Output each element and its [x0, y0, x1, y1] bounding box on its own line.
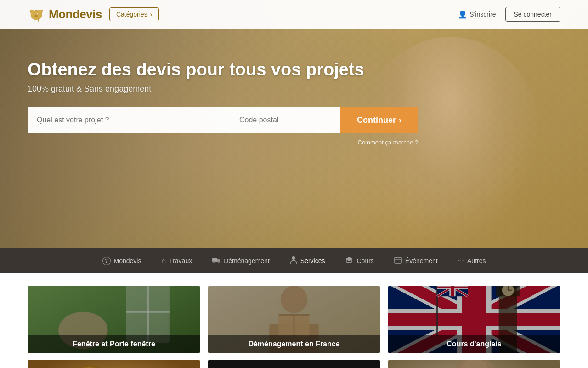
card-4[interactable]: [28, 360, 200, 368]
more-icon: ···: [458, 257, 464, 265]
hero-subtitle: 100% gratuit & Sans engagement: [28, 84, 560, 94]
question-icon: ?: [102, 257, 111, 265]
card-6-overlay: [388, 360, 560, 368]
svg-point-5: [38, 14, 39, 15]
nav-item-demenagement[interactable]: Déménagement: [202, 248, 280, 273]
svg-point-4: [34, 14, 35, 15]
logo-text: Mondevis: [49, 7, 102, 22]
nav-item-travaux[interactable]: ⌂ Travaux: [151, 248, 202, 273]
logo-area: Mondevis: [28, 6, 102, 23]
signin-label: S'inscrire: [469, 11, 496, 18]
categories-label: Catégories: [116, 11, 147, 18]
svg-marker-17: [217, 259, 220, 262]
search-project-input[interactable]: [28, 107, 230, 133]
svg-rect-11: [35, 10, 38, 11]
card-4-overlay: [28, 360, 200, 368]
svg-marker-21: [345, 257, 353, 261]
nav-label-autres: Autres: [467, 257, 486, 264]
card-5[interactable]: [208, 360, 380, 368]
hero-section: Obtenez des devis pour tous vos projets …: [0, 0, 588, 248]
card-anglais-label: Cours d'anglais: [388, 335, 560, 353]
logo-icon: [28, 6, 45, 23]
nav-label-mondevis: Mondevis: [114, 257, 141, 264]
card-demenagement[interactable]: Déménagement en France: [208, 286, 380, 353]
graduation-icon: [345, 257, 353, 265]
svg-point-6: [34, 15, 38, 17]
card-6[interactable]: [388, 360, 560, 368]
card-anglais[interactable]: Cours d'anglais: [388, 286, 560, 353]
svg-point-20: [292, 256, 295, 260]
header-right: 👤 S'inscrire Se connecter: [458, 7, 560, 22]
svg-rect-16: [212, 258, 217, 262]
how-it-works-link[interactable]: Comment ça marche ?: [28, 139, 418, 146]
nav-item-services[interactable]: Services: [280, 248, 335, 273]
calendar-icon: [394, 256, 402, 265]
category-nav: ? Mondevis ⌂ Travaux Déménagement Servic…: [0, 248, 588, 273]
connect-button[interactable]: Se connecter: [505, 7, 561, 22]
categories-arrow: ›: [150, 11, 153, 18]
truck-icon: [212, 257, 220, 265]
search-button-label: Continuer: [357, 115, 396, 125]
svg-rect-22: [395, 257, 401, 263]
categories-button[interactable]: Catégories ›: [109, 7, 159, 21]
svg-point-19: [218, 261, 220, 263]
svg-point-8: [37, 16, 38, 17]
cards-grid: Fenêtre et Porte fenêtre: [28, 286, 560, 368]
nav-item-evenement[interactable]: Événement: [384, 248, 448, 273]
search-bar: Continuer ›: [28, 107, 418, 133]
card-demenagement-label: Déménagement en France: [208, 335, 380, 353]
cards-section: Fenêtre et Porte fenêtre: [0, 273, 588, 368]
nav-label-travaux: Travaux: [169, 257, 192, 264]
nav-label-evenement: Événement: [405, 257, 438, 264]
search-postal-input[interactable]: [230, 107, 340, 133]
nav-label-cours: Cours: [356, 257, 373, 264]
svg-point-15: [39, 11, 40, 12]
nav-label-demenagement: Déménagement: [224, 257, 270, 264]
nav-item-cours[interactable]: Cours: [335, 248, 384, 273]
search-button[interactable]: Continuer ›: [340, 107, 418, 133]
svg-point-18: [213, 261, 215, 263]
search-button-arrow: ›: [399, 115, 401, 125]
card-5-overlay: [208, 360, 380, 368]
nav-label-services: Services: [300, 257, 325, 264]
services-icon: [290, 256, 297, 266]
header: Mondevis Catégories › 👤 S'inscrire Se co…: [0, 0, 588, 29]
svg-point-7: [35, 16, 36, 17]
connect-label: Se connecter: [514, 11, 552, 18]
user-icon: 👤: [458, 10, 467, 19]
hero-title: Obtenez des devis pour tous vos projets: [28, 60, 560, 80]
card-fenetre[interactable]: Fenêtre et Porte fenêtre: [28, 286, 200, 353]
house-icon: ⌂: [161, 257, 166, 265]
card-fenetre-label: Fenêtre et Porte fenêtre: [28, 335, 200, 353]
svg-point-14: [32, 11, 34, 12]
nav-item-mondevis[interactable]: ? Mondevis: [92, 248, 152, 273]
nav-item-autres[interactable]: ··· Autres: [448, 248, 496, 273]
signin-link[interactable]: 👤 S'inscrire: [458, 10, 496, 19]
